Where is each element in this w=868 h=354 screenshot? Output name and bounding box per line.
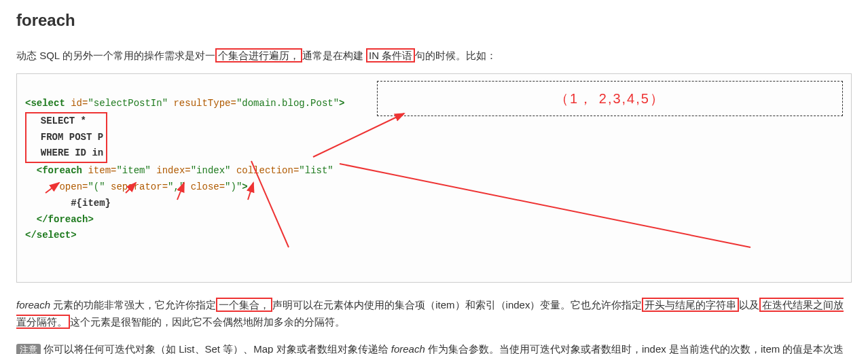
code-collection-val: "list" [299,165,333,176]
code-select-open: <select [25,98,65,109]
intro-text-c: 句的时候。比如： [415,50,496,61]
desc-text-e: 这个元素是很智能的，因此它不会偶然地附加多余的分隔符。 [70,316,345,328]
code-indent-l5 [25,165,37,176]
code-index-val: "index" [191,165,231,176]
highlight-in-clause: IN 条件语 [366,48,415,63]
svg-line-4 [248,183,253,200]
code-open-attr: open= [59,181,88,192]
intro-paragraph: 动态 SQL 的另外一个常用的操作需求是对一个集合进行遍历，通常是在构建 IN … [16,47,852,65]
svg-line-5 [313,113,404,157]
code-foreach-open: <foreach [37,165,82,176]
svg-line-7 [340,164,751,247]
code-indent-l6 [25,181,59,192]
code-indent-l8 [25,214,37,225]
term-foreach: foreach [16,299,50,311]
code-index-attr: index= [151,165,191,176]
desc-text-d: 以及 [739,299,759,311]
code-rt-val: "domain.blog.Post" [236,98,339,109]
code-select-close: </select> [25,230,77,241]
code-collection-attr: collection= [231,165,300,176]
code-item-attr: item= [82,165,116,176]
code-sql-where: WHERE ID in [29,147,103,158]
code-sql-from: FROM POST P [29,132,103,143]
desc-text-c: 声明可以在元素体内使用的集合项（item）和索引（index）变量。它也允许你指… [272,299,642,311]
annotation-result-example: （1， 2,3,4,5） [377,81,843,116]
highlight-open-close-strings: 开头与结尾的字符串 [642,298,739,312]
notice-paragraph: 注意你可以将任何可迭代对象（如 List、Set 等）、Map 对象或者数组对象… [16,340,852,354]
notice-badge: 注意 [16,344,41,354]
section-heading: foreach [16,7,852,35]
code-item-val: "item" [116,165,150,176]
code-rt-attr: resultType= [168,98,236,109]
code-sep-val: "," [168,181,185,192]
description-paragraph: foreach 元素的功能非常强大，它允许你指定一个集合，声明可以在元素体内使用… [16,296,852,331]
code-foreach-gt: > [242,181,247,192]
highlight-sql-block: SELECT * FROM POST P WHERE ID in [25,112,107,163]
highlight-collection-iterate: 个集合进行遍历， [215,48,302,63]
intro-text-b: 通常是在构建 [302,50,366,61]
term-foreach-2: foreach [391,343,425,354]
highlight-one-collection: 一个集合， [216,298,272,312]
code-item-placeholder: #{item} [25,198,111,209]
code-block: <select id="selectPostIn" resultType="do… [16,73,852,283]
code-close-attr: close= [185,181,225,192]
notice-text-a: 你可以将任何可迭代对象（如 List、Set 等）、Map 对象或者数组对象传递… [43,343,391,354]
code-close-val: ")" [225,181,242,192]
code-open-val: "(" [88,181,105,192]
code-id-val: "selectPostIn" [88,98,168,109]
code-select-gt: > [339,98,344,109]
code-sep-attr: separator= [105,181,168,192]
intro-text-a: 动态 SQL 的另外一个常用的操作需求是对一 [16,50,215,61]
desc-text-b: 元素的功能非常强大，它允许你指定 [50,299,216,311]
code-foreach-close: </foreach> [37,214,94,225]
code-sql-select: SELECT * [29,116,86,126]
code-id-attr: id= [65,98,88,109]
